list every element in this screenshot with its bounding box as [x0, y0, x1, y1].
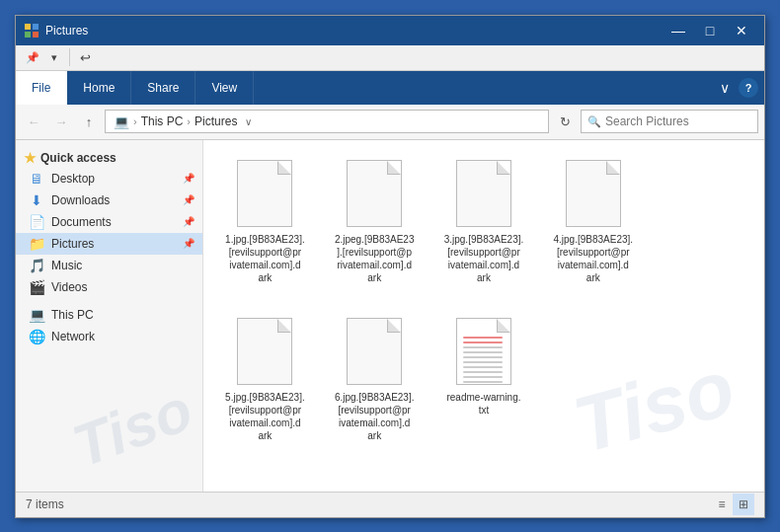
forward-button[interactable]: → [49, 110, 73, 133]
close-button[interactable]: ✕ [727, 21, 756, 40]
qt-undo-button[interactable]: ↩ [74, 46, 96, 68]
downloads-icon: ⬇ [28, 192, 45, 208]
ribbon-help-button[interactable]: ? [739, 78, 758, 98]
file-icon-4 [562, 156, 625, 231]
sidebar-network-label: Network [51, 330, 195, 343]
item-count: 7 items [26, 497, 64, 511]
address-bar: ← → ↑ 💻 › This PC › Pictures ∨ ↻ 🔍 [16, 105, 764, 140]
window-title: Pictures [45, 24, 663, 38]
downloads-pin-icon: 📌 [183, 194, 195, 205]
this-pc-icon: 💻 [28, 307, 45, 323]
file-item-3[interactable]: 3.jpg.[9B83AE23].[revilsupport@privatema… [434, 152, 534, 300]
file-page-4 [566, 160, 621, 227]
file-page-2 [347, 160, 402, 227]
svg-rect-1 [33, 24, 39, 30]
sidebar-music-label: Music [51, 259, 195, 272]
quick-access-toolbar: 📌 ▾ ↩ [16, 45, 764, 71]
path-this-pc: This PC [141, 114, 184, 128]
file-icon-6 [343, 314, 406, 389]
sidebar-item-desktop[interactable]: 🖥 Desktop 📌 [16, 168, 202, 190]
sidebar-desktop-label: Desktop [51, 172, 177, 186]
file-item-readme[interactable]: readme-warning.txt [434, 310, 534, 458]
search-input[interactable] [605, 114, 751, 128]
path-pictures: Pictures [195, 114, 237, 128]
sidebar-item-downloads[interactable]: ⬇ Downloads 📌 [16, 190, 202, 211]
svg-rect-3 [33, 32, 39, 38]
search-icon: 🔍 [587, 115, 601, 128]
window-controls: — □ ✕ [663, 21, 756, 40]
file-icon-5 [233, 314, 296, 389]
file-name-3: 3.jpg.[9B83AE23].[revilsupport@privatema… [444, 233, 524, 284]
file-icon-1 [233, 156, 296, 231]
empty-slot-2 [543, 310, 643, 458]
search-box[interactable]: 🔍 [581, 110, 758, 133]
file-item-1[interactable]: 1.jpg.[9B83AE23].[revilsupport@privatema… [215, 152, 315, 300]
status-bar: 7 items ≡ ⊞ [16, 492, 764, 517]
empty-slot-1 [653, 152, 752, 300]
ribbon-chevron-button[interactable]: ∨ [711, 74, 739, 102]
file-area: Tiso 1.jpg.[9B83AE23].[revilsupport@priv… [203, 140, 764, 492]
svg-rect-0 [25, 24, 31, 30]
list-view-button[interactable]: ≡ [711, 494, 733, 515]
title-bar: Pictures — □ ✕ [16, 16, 764, 45]
readme-content [463, 337, 503, 386]
sidebar-item-music[interactable]: 🎵 Music [16, 255, 202, 276]
file-item-5[interactable]: 5.jpg.[9B83AE23].[revilsupport@privatema… [215, 310, 315, 458]
up-button[interactable]: ↑ [77, 110, 101, 133]
file-item-4[interactable]: 4.jpg.[9B83AE23].[revilsupport@privatema… [543, 152, 643, 300]
quick-access-label: Quick access [40, 151, 117, 165]
ribbon-tab-file[interactable]: File [16, 71, 67, 105]
network-icon: 🌐 [28, 329, 45, 344]
file-page-3 [456, 160, 511, 227]
ribbon-tab-view[interactable]: View [195, 71, 254, 105]
minimize-button[interactable]: — [663, 21, 693, 40]
qt-dropdown-button[interactable]: ▾ [43, 46, 65, 68]
desktop-pin-icon: 📌 [183, 173, 195, 184]
qt-pin-button[interactable]: 📌 [22, 46, 43, 68]
file-name-4: 4.jpg.[9B83AE23].[revilsupport@privatema… [553, 233, 633, 284]
file-name-readme: readme-warning.txt [446, 391, 520, 417]
file-icon-2 [343, 156, 406, 231]
watermark: Tiso [64, 375, 200, 481]
sidebar-pictures-label: Pictures [51, 237, 177, 251]
empty-slot-4 [215, 468, 315, 480]
star-icon: ★ [24, 150, 37, 166]
window-icon [24, 23, 39, 38]
music-icon: 🎵 [28, 258, 45, 273]
sidebar-this-pc-label: This PC [51, 308, 195, 322]
sidebar-videos-label: Videos [51, 280, 195, 294]
file-page-1 [237, 160, 292, 227]
file-explorer-window: Pictures — □ ✕ 📌 ▾ ↩ File Home Share Vie… [15, 15, 765, 518]
ribbon-tab-share[interactable]: Share [131, 71, 195, 105]
svg-rect-2 [25, 32, 31, 38]
sidebar-item-this-pc[interactable]: 💻 This PC [16, 304, 202, 326]
file-name-5: 5.jpg.[9B83AE23].[revilsupport@privatema… [225, 391, 305, 442]
sidebar-quick-access[interactable]: ★ Quick access [16, 146, 202, 168]
ribbon-tab-home[interactable]: Home [67, 71, 131, 105]
sidebar-item-network[interactable]: 🌐 Network [16, 326, 202, 347]
file-icon-3 [452, 156, 515, 231]
file-name-2: 2.jpeg.[9B83AE23].[revilsupport@privatem… [335, 233, 415, 284]
sidebar-item-pictures[interactable]: 📁 Pictures 📌 [16, 233, 202, 255]
sidebar-item-documents[interactable]: 📄 Documents 📌 [16, 211, 202, 233]
file-item-6[interactable]: 6.jpg.[9B83AE23].[revilsupport@privatema… [325, 310, 425, 458]
file-name-6: 6.jpg.[9B83AE23].[revilsupport@privatema… [335, 391, 415, 442]
large-icon-view-button[interactable]: ⊞ [733, 494, 754, 515]
refresh-button[interactable]: ↻ [553, 110, 577, 133]
sidebar-downloads-label: Downloads [51, 193, 177, 207]
ribbon: File Home Share View ∨ ? [16, 71, 764, 105]
file-grid: 1.jpg.[9B83AE23].[revilsupport@privatema… [215, 152, 752, 480]
desktop-icon: 🖥 [28, 171, 45, 187]
address-path[interactable]: 💻 › This PC › Pictures ∨ [105, 110, 549, 133]
back-button[interactable]: ← [22, 110, 45, 133]
file-item-2[interactable]: 2.jpeg.[9B83AE23].[revilsupport@privatem… [325, 152, 425, 300]
maximize-button[interactable]: □ [695, 21, 725, 40]
main-content: ★ Quick access 🖥 Desktop 📌 ⬇ Downloads 📌… [16, 140, 764, 492]
empty-slot-3 [653, 310, 752, 458]
pictures-icon: 📁 [28, 236, 45, 252]
pictures-pin-icon: 📌 [183, 238, 195, 249]
file-name-1: 1.jpg.[9B83AE23].[revilsupport@privatema… [225, 233, 305, 284]
documents-icon: 📄 [28, 214, 45, 230]
file-page-5 [237, 318, 292, 385]
sidebar-item-videos[interactable]: 🎬 Videos [16, 276, 202, 298]
